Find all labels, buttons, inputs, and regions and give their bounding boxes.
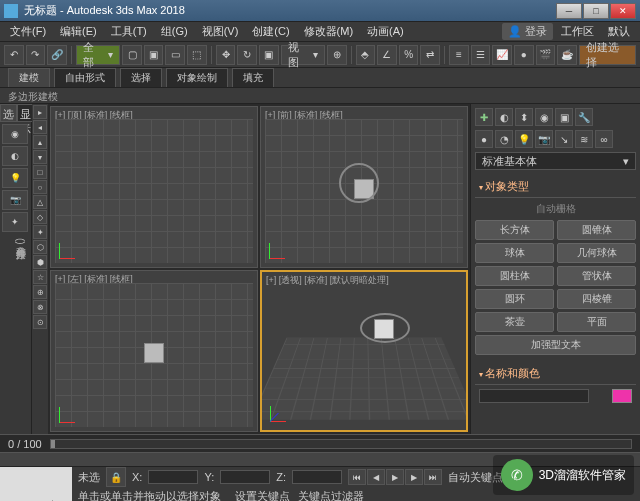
menu-tools[interactable]: 工具(T)	[105, 22, 153, 41]
strip-btn-12[interactable]: ☆	[33, 270, 47, 284]
close-button[interactable]: ✕	[610, 3, 636, 19]
menu-create[interactable]: 创建(C)	[246, 22, 295, 41]
timeline-handle[interactable]	[51, 440, 55, 448]
strip-btn-3[interactable]: ▴	[33, 135, 47, 149]
menu-animation[interactable]: 动画(A)	[361, 22, 410, 41]
prim-teapot[interactable]: 茶壶	[475, 312, 554, 332]
explorer-tab-select[interactable]: 选择	[0, 104, 17, 122]
prim-geosphere[interactable]: 几何球体	[557, 243, 636, 263]
strip-btn-4[interactable]: ▾	[33, 150, 47, 164]
pivot-button[interactable]: ⊕	[327, 45, 347, 65]
category-dropdown[interactable]: 标准基本体▾	[475, 152, 636, 170]
strip-btn-8[interactable]: ◇	[33, 210, 47, 224]
strip-btn-6[interactable]: ○	[33, 180, 47, 194]
lights-icon[interactable]: 💡	[515, 130, 533, 148]
menu-view[interactable]: 视图(V)	[196, 22, 245, 41]
link-button[interactable]: 🔗	[47, 45, 67, 65]
selection-set[interactable]: 创建选择	[579, 45, 636, 65]
menu-edit[interactable]: 编辑(E)	[54, 22, 103, 41]
tab-modeling[interactable]: 建模	[8, 68, 50, 87]
prim-cylinder[interactable]: 圆柱体	[475, 266, 554, 286]
autogrid-label[interactable]: 自动栅格	[475, 202, 636, 216]
helpers-icon[interactable]: ↘	[555, 130, 573, 148]
strip-btn-5[interactable]: □	[33, 165, 47, 179]
strip-btn-13[interactable]: ⊕	[33, 285, 47, 299]
prim-torus[interactable]: 圆环	[475, 289, 554, 309]
goto-end-button[interactable]: ⏭	[424, 469, 442, 485]
prim-box[interactable]: 长方体	[475, 220, 554, 240]
filter-lights-icon[interactable]: 💡	[2, 168, 28, 188]
systems-icon[interactable]: ∞	[595, 130, 613, 148]
maxscript-listener[interactable]: MAXScript 迷	[0, 467, 72, 501]
x-input[interactable]	[148, 470, 198, 484]
menu-workspace[interactable]: 工作区	[555, 22, 600, 41]
select-name-button[interactable]: ▣	[144, 45, 164, 65]
percent-snap-button[interactable]: %	[399, 45, 419, 65]
undo-button[interactable]: ↶	[4, 45, 24, 65]
material-button[interactable]: ●	[514, 45, 534, 65]
viewport-label[interactable]: [+] [透视] [标准] [默认明暗处理]	[266, 274, 389, 287]
maximize-button[interactable]: □	[583, 3, 609, 19]
render-button[interactable]: ☕	[557, 45, 577, 65]
viewport-perspective[interactable]: [+] [透视] [标准] [默认明暗处理]	[260, 270, 468, 432]
object-name-input[interactable]	[479, 389, 589, 403]
prim-pyramid[interactable]: 四棱锥	[557, 289, 636, 309]
layer-button[interactable]: ☰	[471, 45, 491, 65]
rect-select-button[interactable]: ▭	[165, 45, 185, 65]
align-button[interactable]: ≡	[449, 45, 469, 65]
menu-file[interactable]: 文件(F)	[4, 22, 52, 41]
utilities-tab-icon[interactable]: 🔧	[575, 108, 593, 126]
rotate-button[interactable]: ↻	[237, 45, 257, 65]
lock-icon[interactable]: 🔒	[106, 467, 126, 487]
create-tab-icon[interactable]: ✚	[475, 108, 493, 126]
viewport-front[interactable]: [+] [前] [标准] [线框]	[260, 106, 468, 268]
hierarchy-tab-icon[interactable]: ⬍	[515, 108, 533, 126]
name-column-header[interactable]: 名称(按升序排)	[0, 234, 31, 249]
ref-coord-dropdown[interactable]: 视图 ▾	[281, 45, 325, 65]
next-frame-button[interactable]: ▶	[405, 469, 423, 485]
strip-btn-7[interactable]: △	[33, 195, 47, 209]
strip-btn-14[interactable]: ⊗	[33, 300, 47, 314]
keyfilter-button[interactable]: 关键点过滤器	[298, 490, 364, 501]
mirror-button[interactable]: ⇄	[420, 45, 440, 65]
setkey-button[interactable]: 设置关键点	[235, 490, 290, 501]
menu-group[interactable]: 组(G)	[155, 22, 194, 41]
scale-button[interactable]: ▣	[259, 45, 279, 65]
select-button[interactable]: ▢	[122, 45, 142, 65]
prim-sphere[interactable]: 球体	[475, 243, 554, 263]
filter-helpers-icon[interactable]: ✦	[2, 212, 28, 232]
tab-selection[interactable]: 选择	[120, 68, 162, 87]
cameras-icon[interactable]: 📷	[535, 130, 553, 148]
prev-frame-button[interactable]: ◀	[367, 469, 385, 485]
strip-btn-2[interactable]: ◂	[33, 120, 47, 134]
minimize-button[interactable]: ─	[556, 3, 582, 19]
object-box[interactable]	[144, 343, 164, 363]
strip-btn-15[interactable]: ⊙	[33, 315, 47, 329]
color-swatch[interactable]	[612, 389, 632, 403]
goto-start-button[interactable]: ⏮	[348, 469, 366, 485]
window-crossing-button[interactable]: ⬚	[187, 45, 207, 65]
tab-freeform[interactable]: 自由形式	[54, 68, 116, 87]
strip-btn-9[interactable]: ✦	[33, 225, 47, 239]
modify-tab-icon[interactable]: ◐	[495, 108, 513, 126]
prim-plane[interactable]: 平面	[557, 312, 636, 332]
redo-button[interactable]: ↷	[26, 45, 46, 65]
shapes-icon[interactable]: ◔	[495, 130, 513, 148]
selection-filter[interactable]: 全部 ▾	[76, 45, 120, 65]
geometry-icon[interactable]: ●	[475, 130, 493, 148]
filter-shapes-icon[interactable]: ◐	[2, 146, 28, 166]
angle-snap-button[interactable]: ∠	[377, 45, 397, 65]
move-button[interactable]: ✥	[216, 45, 236, 65]
timeline-track[interactable]	[50, 439, 632, 449]
display-tab-icon[interactable]: ▣	[555, 108, 573, 126]
tab-objectpaint[interactable]: 对象绘制	[166, 68, 228, 87]
rollout-name-color[interactable]: 名称和颜色	[475, 363, 636, 385]
play-button[interactable]: ▶	[386, 469, 404, 485]
render-setup-button[interactable]: 🎬	[536, 45, 556, 65]
menu-default[interactable]: 默认	[602, 22, 636, 41]
y-input[interactable]	[220, 470, 270, 484]
viewport-top[interactable]: [+] [顶] [标准] [线框]	[50, 106, 258, 268]
strip-btn-1[interactable]: ▸	[33, 105, 47, 119]
viewport-left[interactable]: [+] [左] [标准] [线框]	[50, 270, 258, 432]
z-input[interactable]	[292, 470, 342, 484]
